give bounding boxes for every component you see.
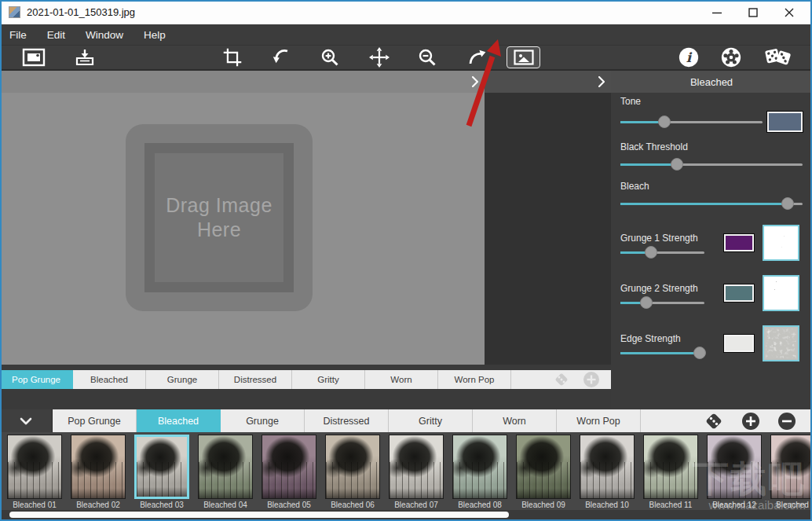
image-drop-zone[interactable]: Drag Image Here bbox=[126, 124, 313, 311]
thumbnail-image-bleached-05[interactable] bbox=[262, 435, 316, 499]
undo-button[interactable] bbox=[269, 47, 293, 68]
thumbnail-image-bleached-13[interactable] bbox=[770, 435, 812, 499]
window-controls bbox=[699, 0, 807, 24]
thumbnail-image-bleached-10[interactable] bbox=[580, 435, 635, 499]
preset-tab-bleached[interactable]: Bleached bbox=[137, 409, 221, 432]
slider-track-black-threshold[interactable] bbox=[620, 163, 803, 166]
slider-thumb-edge-strength[interactable] bbox=[693, 347, 706, 359]
maximize-button[interactable] bbox=[735, 0, 771, 24]
settings-button[interactable] bbox=[719, 47, 743, 68]
chevron-right-icon[interactable] bbox=[472, 76, 478, 87]
thumbnail-image-bleached-04[interactable] bbox=[198, 435, 253, 499]
chevron-right-icon[interactable] bbox=[598, 76, 605, 87]
collapse-presets-button[interactable] bbox=[0, 409, 53, 432]
grunge-texture-thumbnail[interactable] bbox=[763, 325, 799, 361]
zoom-out-button[interactable] bbox=[415, 47, 439, 68]
thumbnail-image-bleached-01[interactable] bbox=[7, 435, 62, 499]
thumbnail-image-bleached-02[interactable] bbox=[71, 435, 126, 499]
color-swatch-edge-strength[interactable] bbox=[724, 335, 754, 352]
slider-control bbox=[620, 196, 803, 211]
canvas-area: Drag Image Here bbox=[0, 71, 485, 365]
preset-tab-grunge[interactable]: Grunge bbox=[146, 370, 219, 389]
preset-tab-gritty[interactable]: Gritty bbox=[292, 370, 365, 389]
preset-tab-bleached[interactable]: Bleached bbox=[73, 370, 146, 389]
preset-tab-distressed[interactable]: Distressed bbox=[305, 409, 389, 432]
slider-track-tone[interactable] bbox=[620, 121, 763, 123]
slider-thumb-grunge-2-strength[interactable] bbox=[640, 296, 653, 309]
close-button[interactable] bbox=[771, 0, 807, 24]
slider-label: Grunge 2 Strength bbox=[620, 283, 716, 294]
preset-tab-distressed[interactable]: Distressed bbox=[219, 370, 292, 389]
shuffle-dice-icon[interactable] bbox=[704, 411, 724, 431]
preset-thumbnail-bleached-13: Bleached 13 bbox=[770, 435, 812, 509]
preset-thumbnail-bleached-08: Bleached 08 bbox=[452, 435, 507, 509]
add-preset-icon[interactable] bbox=[583, 371, 600, 388]
slider-left-column: Edge Strength bbox=[620, 333, 716, 354]
slider-thumb-grunge-1-strength[interactable] bbox=[645, 246, 657, 259]
preset-row-small-toolbar bbox=[511, 370, 611, 389]
undo-icon bbox=[272, 48, 291, 67]
color-swatch-grunge-2-strength[interactable] bbox=[724, 284, 754, 302]
open-image-button[interactable] bbox=[22, 47, 46, 68]
menu-file[interactable]: File bbox=[9, 29, 38, 41]
thumbnail-image-bleached-03[interactable] bbox=[134, 435, 189, 499]
minimize-button[interactable] bbox=[699, 0, 735, 24]
toolbar: i bbox=[0, 45, 812, 71]
thumbnail-scrollbar[interactable] bbox=[0, 510, 812, 519]
zoom-out-icon bbox=[418, 48, 437, 67]
thumbnail-image-bleached-12[interactable] bbox=[707, 435, 762, 499]
effect-frame-icon bbox=[514, 50, 534, 65]
thumbnail-label: Bleached 07 bbox=[389, 501, 444, 509]
info-button[interactable]: i bbox=[677, 47, 700, 68]
preset-tab-worn[interactable]: Worn bbox=[365, 370, 438, 389]
slider-thumb-tone[interactable] bbox=[658, 116, 671, 128]
effect-frame-button[interactable] bbox=[507, 46, 540, 68]
color-swatch-grunge-1-strength[interactable] bbox=[724, 234, 754, 251]
crop-icon bbox=[222, 47, 243, 68]
remove-preset-icon[interactable] bbox=[777, 412, 796, 431]
preset-tab-worn[interactable]: Worn bbox=[473, 409, 557, 432]
thumbnail-label: Bleached 06 bbox=[325, 501, 380, 509]
thumbnail-label: Bleached 09 bbox=[516, 501, 571, 509]
thumbnail-image-bleached-06[interactable] bbox=[325, 435, 380, 499]
slider-fill bbox=[620, 163, 677, 166]
slider-list: ToneBlack ThresholdBleachGrunge 1 Streng… bbox=[611, 96, 812, 361]
preset-tab-gritty[interactable]: Gritty bbox=[389, 409, 473, 432]
preset-tab-pop-grunge[interactable]: Pop Grunge bbox=[0, 370, 73, 389]
menu-edit[interactable]: Edit bbox=[47, 29, 76, 41]
thumbnail-image-bleached-07[interactable] bbox=[389, 435, 444, 499]
grunge-texture-thumbnail[interactable] bbox=[763, 225, 799, 261]
grunge-texture-thumbnail[interactable] bbox=[763, 275, 799, 311]
crop-button[interactable] bbox=[221, 47, 244, 68]
slider-thumb-black-threshold[interactable] bbox=[671, 158, 683, 171]
shuffle-dice-icon[interactable] bbox=[553, 371, 570, 388]
slider-track-grunge-1-strength[interactable] bbox=[620, 251, 704, 254]
slider-track-bleach[interactable] bbox=[620, 203, 803, 205]
thumbnail-image-bleached-11[interactable] bbox=[643, 435, 698, 499]
save-image-button[interactable] bbox=[73, 47, 97, 68]
menu-window[interactable]: Window bbox=[86, 29, 134, 41]
redo-button[interactable] bbox=[465, 47, 488, 68]
thumbnail-label: Bleached 05 bbox=[262, 501, 316, 509]
slider-track-edge-strength[interactable] bbox=[620, 352, 704, 354]
move-icon bbox=[369, 47, 390, 68]
color-swatch-tone[interactable] bbox=[767, 112, 803, 132]
zoom-in-button[interactable] bbox=[318, 47, 342, 68]
thumbnail-image-bleached-09[interactable] bbox=[516, 435, 571, 499]
slider-thumb-bleach[interactable] bbox=[781, 197, 794, 210]
randomize-button[interactable] bbox=[760, 47, 795, 68]
slider-track-grunge-2-strength[interactable] bbox=[620, 302, 704, 304]
preset-tab-pop-grunge[interactable]: Pop Grunge bbox=[53, 409, 137, 432]
preset-tab-worn-pop[interactable]: Worn Pop bbox=[438, 370, 511, 389]
menu-help[interactable]: Help bbox=[144, 29, 177, 41]
add-preset-icon[interactable] bbox=[741, 412, 760, 431]
panel-collapse-strip bbox=[485, 71, 611, 93]
move-button[interactable] bbox=[368, 47, 391, 68]
scrollbar-thumb[interactable] bbox=[9, 512, 509, 518]
preset-tab-worn-pop[interactable]: Worn Pop bbox=[557, 409, 641, 432]
preset-thumbnail-bleached-01: Bleached 01 bbox=[7, 435, 62, 509]
preset-tab-grunge[interactable]: Grunge bbox=[221, 409, 305, 432]
thumbnail-image-bleached-08[interactable] bbox=[452, 435, 507, 499]
thumbnail-label: Bleached 03 bbox=[134, 501, 189, 509]
slider-label: Edge Strength bbox=[620, 333, 716, 344]
